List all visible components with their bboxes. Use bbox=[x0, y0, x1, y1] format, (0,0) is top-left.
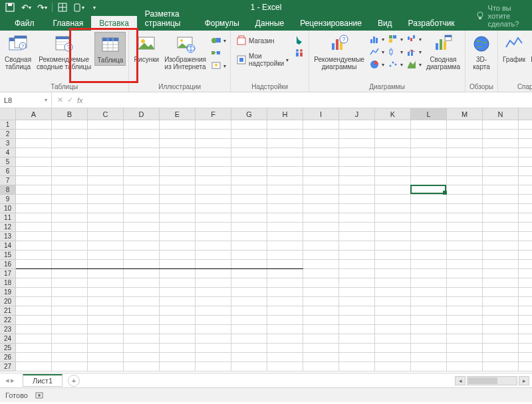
cell[interactable] bbox=[267, 157, 303, 167]
cell[interactable] bbox=[88, 353, 124, 362]
cell[interactable] bbox=[196, 185, 231, 195]
cell[interactable] bbox=[339, 195, 375, 204]
cell[interactable] bbox=[447, 223, 483, 232]
column-header[interactable]: I bbox=[303, 108, 339, 120]
cell[interactable] bbox=[519, 148, 532, 157]
cell[interactable] bbox=[160, 316, 196, 325]
cell[interactable] bbox=[231, 297, 267, 306]
cell[interactable] bbox=[196, 157, 231, 167]
cell[interactable] bbox=[339, 362, 375, 371]
cell[interactable] bbox=[267, 306, 303, 316]
cell[interactable] bbox=[16, 139, 52, 148]
cell[interactable] bbox=[303, 139, 339, 148]
column-headers[interactable]: ABCDEFGHIJKLMNO bbox=[16, 108, 532, 120]
cell[interactable] bbox=[124, 251, 160, 260]
cell[interactable] bbox=[483, 334, 519, 344]
cell[interactable] bbox=[411, 157, 447, 167]
cell[interactable] bbox=[483, 130, 519, 139]
cell[interactable] bbox=[196, 139, 231, 148]
cell[interactable] bbox=[88, 120, 124, 130]
cell[interactable] bbox=[519, 241, 532, 251]
cell[interactable] bbox=[339, 185, 375, 195]
add-sheet-button[interactable]: + bbox=[68, 375, 80, 387]
cell[interactable] bbox=[231, 278, 267, 288]
cell[interactable] bbox=[375, 325, 411, 334]
row-headers[interactable]: 1234567891011121314151617181920212223242… bbox=[0, 120, 16, 371]
cell[interactable] bbox=[88, 251, 124, 260]
cell[interactable] bbox=[339, 297, 375, 306]
chart-stat-button[interactable]: ▾ bbox=[386, 46, 404, 58]
row-header[interactable]: 23 bbox=[0, 325, 16, 334]
row-header[interactable]: 16 bbox=[0, 260, 16, 269]
accept-formula-icon[interactable]: ✓ bbox=[67, 96, 73, 104]
cell[interactable] bbox=[267, 288, 303, 297]
cell[interactable] bbox=[483, 316, 519, 325]
cell[interactable] bbox=[196, 204, 231, 213]
cell[interactable] bbox=[160, 306, 196, 316]
cell[interactable] bbox=[124, 344, 160, 353]
cell[interactable] bbox=[447, 241, 483, 251]
cell[interactable] bbox=[267, 167, 303, 176]
cell[interactable] bbox=[483, 223, 519, 232]
cancel-formula-icon[interactable]: ✕ bbox=[57, 96, 63, 104]
save-icon[interactable] bbox=[3, 1, 17, 14]
cell[interactable] bbox=[519, 185, 532, 195]
row-header[interactable]: 19 bbox=[0, 288, 16, 297]
cell[interactable] bbox=[160, 204, 196, 213]
cell[interactable] bbox=[52, 288, 88, 297]
cell[interactable] bbox=[231, 362, 267, 371]
row-header[interactable]: 11 bbox=[0, 213, 16, 223]
cell[interactable] bbox=[339, 316, 375, 325]
cell[interactable] bbox=[267, 334, 303, 344]
cell[interactable] bbox=[160, 148, 196, 157]
cell[interactable] bbox=[160, 130, 196, 139]
cell[interactable] bbox=[88, 139, 124, 148]
cell[interactable] bbox=[447, 297, 483, 306]
tab-data[interactable]: Данные bbox=[247, 16, 292, 31]
cell[interactable] bbox=[483, 167, 519, 176]
cell[interactable] bbox=[231, 306, 267, 316]
cell[interactable] bbox=[160, 353, 196, 362]
cell[interactable] bbox=[339, 251, 375, 260]
chart-waterfall-button[interactable]: ▾ bbox=[405, 33, 423, 45]
cell[interactable] bbox=[160, 269, 196, 278]
cell[interactable] bbox=[447, 120, 483, 130]
column-header[interactable]: L bbox=[411, 108, 447, 120]
cell[interactable] bbox=[411, 325, 447, 334]
cell[interactable] bbox=[303, 269, 339, 278]
column-header[interactable]: B bbox=[52, 108, 88, 120]
cell[interactable] bbox=[411, 223, 447, 232]
cell[interactable] bbox=[88, 241, 124, 251]
cell[interactable] bbox=[375, 297, 411, 306]
cell[interactable] bbox=[447, 344, 483, 353]
cell[interactable] bbox=[267, 148, 303, 157]
cell[interactable] bbox=[52, 325, 88, 334]
cell[interactable] bbox=[16, 251, 52, 260]
cell[interactable] bbox=[16, 120, 52, 130]
cell[interactable] bbox=[160, 139, 196, 148]
cell[interactable] bbox=[375, 316, 411, 325]
selected-cell[interactable] bbox=[410, 185, 446, 194]
cell[interactable] bbox=[52, 139, 88, 148]
tab-layout[interactable]: Разметка страницы bbox=[137, 7, 197, 31]
cell[interactable] bbox=[375, 269, 411, 278]
cell[interactable] bbox=[303, 353, 339, 362]
cell[interactable] bbox=[519, 316, 532, 325]
cell[interactable] bbox=[52, 204, 88, 213]
cell[interactable] bbox=[16, 353, 52, 362]
cell[interactable] bbox=[124, 362, 160, 371]
cell[interactable] bbox=[483, 185, 519, 195]
cell[interactable] bbox=[339, 269, 375, 278]
cell[interactable] bbox=[160, 362, 196, 371]
cell[interactable] bbox=[231, 269, 267, 278]
row-header[interactable]: 14 bbox=[0, 241, 16, 251]
cell[interactable] bbox=[411, 297, 447, 306]
my-addins-button[interactable]: Мои надстройки ▾ bbox=[235, 52, 290, 68]
cell[interactable] bbox=[519, 139, 532, 148]
cell[interactable] bbox=[231, 223, 267, 232]
cell[interactable] bbox=[16, 241, 52, 251]
cell[interactable] bbox=[124, 316, 160, 325]
cell[interactable] bbox=[519, 232, 532, 241]
column-header[interactable]: E bbox=[160, 108, 196, 120]
cell[interactable] bbox=[16, 204, 52, 213]
